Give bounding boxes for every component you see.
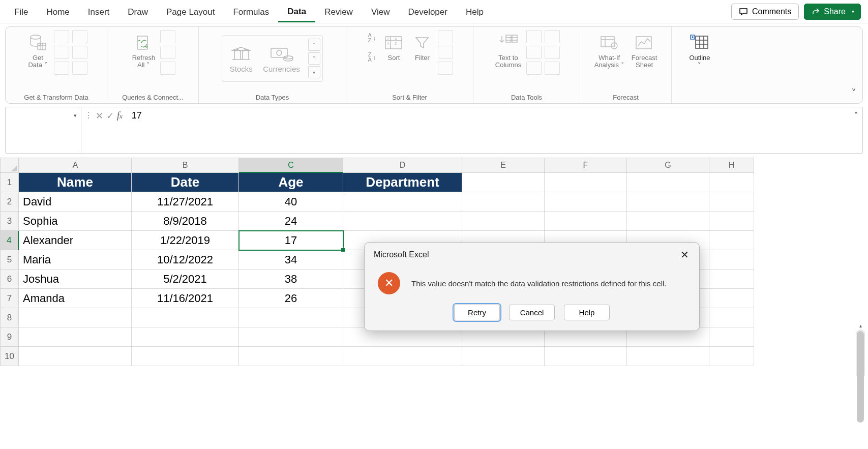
cell-B2[interactable]: 11/27/2021 [132,192,239,212]
cell-H1[interactable] [709,173,754,192]
cell-H5[interactable] [709,250,754,270]
cell-C5[interactable]: 34 [239,250,343,270]
tab-page-layout[interactable]: Page Layout [157,2,224,21]
forecast-sheet-button[interactable]: Forecast Sheet [630,30,660,71]
cell-H3[interactable] [709,212,754,231]
cell-A5[interactable]: Maria [19,250,132,270]
ribbon-collapse-icon[interactable]: ˅ [851,87,856,99]
dialog-close-button[interactable]: ✕ [677,248,692,262]
cell-C6[interactable]: 38 [239,270,343,289]
fill-handle[interactable] [341,248,345,252]
cell-G10[interactable] [627,347,709,366]
cell-D3[interactable] [343,212,462,231]
formula-input[interactable]: 17 ˄ [126,107,863,154]
sort-button[interactable]: ZAAZ Sort [381,30,406,64]
cell-D1[interactable]: Department [343,173,462,192]
text-to-columns-button[interactable]: Text to Columns [493,30,523,71]
cell-C1[interactable]: Age [239,173,343,192]
tab-draw[interactable]: Draw [118,2,157,21]
queries-conn-icon[interactable] [160,30,175,43]
row-header-10[interactable]: 10 [0,347,19,366]
cancel-button[interactable]: Cancel [509,305,555,320]
cell-E2[interactable] [462,192,545,212]
from-text-icon[interactable] [54,30,69,43]
tab-formulas[interactable]: Formulas [224,2,278,21]
row-header-6[interactable]: 6 [0,270,19,289]
vertical-scrollbar[interactable]: ▴ [856,330,865,378]
cell-A4[interactable]: Alexander [19,231,132,250]
remove-dup-icon[interactable] [526,46,542,59]
cell-B5[interactable]: 10/12/2022 [132,250,239,270]
get-data-button[interactable]: Get Data ˅ [25,30,51,71]
properties-icon[interactable] [160,46,175,59]
tab-review[interactable]: Review [315,2,362,21]
cell-H9[interactable] [709,327,754,347]
refresh-all-button[interactable]: Refresh All ˅ [130,30,158,71]
filter-button[interactable]: Filter [409,30,435,64]
column-header-D[interactable]: D [343,158,462,173]
cell-H10[interactable] [709,347,754,366]
edit-links-icon[interactable] [160,62,175,75]
sort-desc-button[interactable]: ZA↓ [368,52,376,63]
row-header-4[interactable]: 4 [0,231,19,250]
help-button[interactable]: Help [564,305,610,320]
reapply-icon[interactable] [438,46,453,59]
cell-B6[interactable]: 5/2/2021 [132,270,239,289]
cell-C4[interactable]: 17 [239,231,343,250]
cell-C2[interactable]: 40 [239,192,343,212]
scrollbar-thumb[interactable] [857,331,864,423]
cell-C3[interactable]: 24 [239,212,343,231]
relationships-icon[interactable] [545,46,560,59]
cell-H6[interactable] [709,270,754,289]
datatypes-scroll[interactable]: ˄˅▾ [308,39,320,78]
cell-C9[interactable] [239,327,343,347]
cell-A7[interactable]: Amanda [19,289,132,308]
retry-button[interactable]: Retry [454,305,500,320]
stocks-button[interactable]: Stocks [224,42,258,75]
cell-H2[interactable] [709,192,754,212]
cell-A3[interactable]: Sophia [19,212,132,231]
cell-B9[interactable] [132,327,239,347]
column-header-G[interactable]: G [627,158,709,173]
tab-home[interactable]: Home [37,2,78,21]
cell-D2[interactable] [343,192,462,212]
column-header-F[interactable]: F [545,158,627,173]
consolidate-icon[interactable] [545,30,560,43]
cell-A6[interactable]: Joshua [19,270,132,289]
from-web-icon[interactable] [54,46,69,59]
recent-sources-icon[interactable] [72,46,87,59]
tab-file[interactable]: File [10,2,37,21]
cell-H7[interactable] [709,289,754,308]
cell-B4[interactable]: 1/22/2019 [132,231,239,250]
cell-G1[interactable] [627,173,709,192]
cell-D10[interactable] [343,347,462,366]
row-header-1[interactable]: 1 [0,173,19,192]
cell-B7[interactable]: 11/16/2021 [132,289,239,308]
cell-B8[interactable] [132,308,239,327]
comments-button[interactable]: Comments [731,4,799,20]
chevron-down-icon[interactable]: ▾ [74,112,77,119]
tab-insert[interactable]: Insert [79,2,119,21]
from-table-icon[interactable] [54,62,69,75]
flash-fill-icon[interactable] [526,30,542,43]
cell-F1[interactable] [545,173,627,192]
cell-G2[interactable] [627,192,709,212]
fx-icon[interactable]: fx [117,110,123,121]
cell-B1[interactable]: Date [132,173,239,192]
cell-F10[interactable] [545,347,627,366]
cell-E10[interactable] [462,347,545,366]
cell-C10[interactable] [239,347,343,366]
share-button[interactable]: Share ▾ [804,4,861,20]
cell-F2[interactable] [545,192,627,212]
clear-filter-icon[interactable] [438,30,453,43]
row-header-9[interactable]: 9 [0,327,19,347]
row-header-5[interactable]: 5 [0,250,19,270]
cell-A10[interactable] [19,347,132,366]
cell-H4[interactable] [709,231,754,250]
row-header-7[interactable]: 7 [0,289,19,308]
tab-data[interactable]: Data [278,2,315,22]
data-model-icon[interactable] [545,62,560,75]
cell-A2[interactable]: David [19,192,132,212]
column-header-E[interactable]: E [462,158,545,173]
tab-developer[interactable]: Developer [399,2,457,21]
